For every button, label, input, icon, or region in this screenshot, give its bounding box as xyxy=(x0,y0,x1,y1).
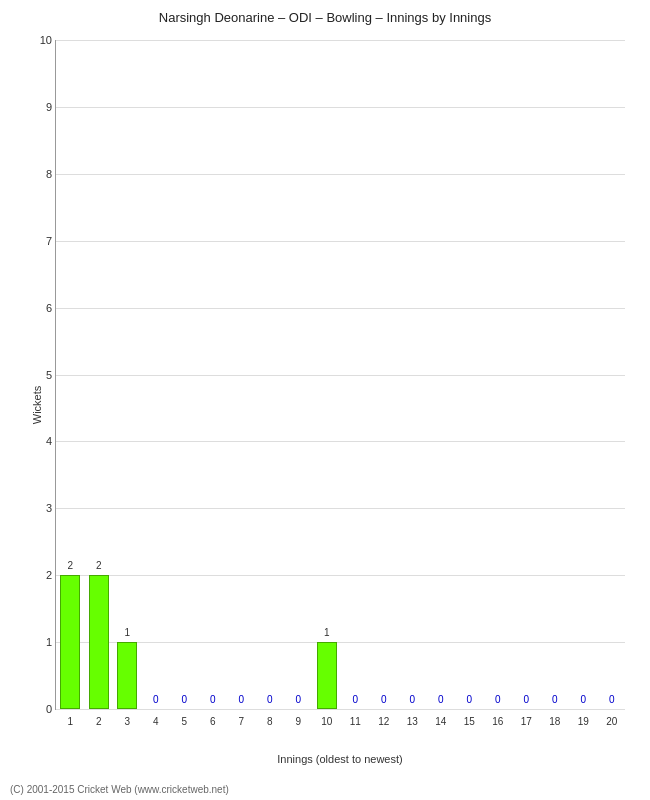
bar-zero-label: 0 xyxy=(431,694,451,707)
footer: (C) 2001-2015 Cricket Web (www.cricketwe… xyxy=(10,784,229,795)
x-tick-label: 12 xyxy=(378,716,389,727)
chart-title: Narsingh Deonarine – ODI – Bowling – Inn… xyxy=(10,10,640,25)
bar-value-label: 2 xyxy=(60,560,80,573)
bar-zero-label: 0 xyxy=(402,694,422,707)
bar-zero-label: 0 xyxy=(231,694,251,707)
x-axis-label: Innings (oldest to newest) xyxy=(55,753,625,765)
bar-zero-label: 0 xyxy=(516,694,536,707)
x-tick-label: 13 xyxy=(407,716,418,727)
bar-zero-label: 0 xyxy=(374,694,394,707)
bar-zero-label: 0 xyxy=(288,694,308,707)
plot-inner: 0123456789102122130405060708091100110120… xyxy=(55,40,625,710)
bar xyxy=(317,642,337,709)
bar-zero-label: 0 xyxy=(602,694,622,707)
bar-zero-label: 0 xyxy=(545,694,565,707)
bar-zero-label: 0 xyxy=(203,694,223,707)
x-tick-label: 9 xyxy=(295,716,301,727)
y-axis-label: Wickets xyxy=(31,386,43,425)
x-tick-label: 1 xyxy=(67,716,73,727)
x-tick-label: 16 xyxy=(492,716,503,727)
bar-zero-label: 0 xyxy=(260,694,280,707)
plot-area: 0123456789102122130405060708091100110120… xyxy=(55,40,625,710)
x-tick-label: 11 xyxy=(350,716,361,727)
x-tick-label: 10 xyxy=(321,716,332,727)
x-tick-label: 7 xyxy=(238,716,244,727)
x-tick-label: 19 xyxy=(578,716,589,727)
x-tick-label: 4 xyxy=(153,716,159,727)
bar xyxy=(89,575,109,709)
x-tick-label: 14 xyxy=(435,716,446,727)
bar xyxy=(117,642,137,709)
bar-zero-label: 0 xyxy=(174,694,194,707)
x-tick-label: 18 xyxy=(549,716,560,727)
bar-zero-label: 0 xyxy=(488,694,508,707)
x-tick-label: 15 xyxy=(464,716,475,727)
bar-zero-label: 0 xyxy=(573,694,593,707)
bar-zero-label: 0 xyxy=(345,694,365,707)
x-tick-label: 17 xyxy=(521,716,532,727)
bar-value-label: 2 xyxy=(89,560,109,573)
x-tick-label: 3 xyxy=(124,716,130,727)
x-tick-label: 2 xyxy=(96,716,102,727)
x-tick-label: 6 xyxy=(210,716,216,727)
bar-value-label: 1 xyxy=(117,627,137,640)
bar-zero-label: 0 xyxy=(459,694,479,707)
bar-zero-label: 0 xyxy=(146,694,166,707)
chart-wrapper: Wickets 01234567891021221304050607080911… xyxy=(10,30,640,780)
x-tick-label: 8 xyxy=(267,716,273,727)
x-tick-label: 5 xyxy=(181,716,187,727)
chart-container: Narsingh Deonarine – ODI – Bowling – Inn… xyxy=(0,0,650,800)
bar-value-label: 1 xyxy=(317,627,337,640)
x-tick-label: 20 xyxy=(606,716,617,727)
bar xyxy=(60,575,80,709)
